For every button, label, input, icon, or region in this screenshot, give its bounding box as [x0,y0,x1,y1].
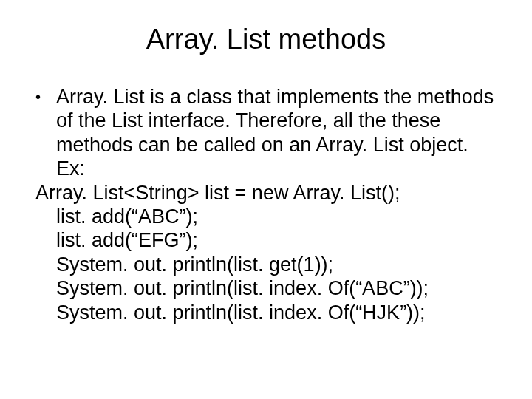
slide-title: Array. List methods [35,24,497,55]
slide-body: • Array. List is a class that implements… [35,85,497,324]
bullet-text: Array. List is a class that implements t… [56,85,497,181]
slide: Array. List methods • Array. List is a c… [0,0,532,399]
bullet-dot-icon: • [35,85,56,109]
code-line-6: System. out. println(list. index. Of(“HJ… [35,301,497,324]
code-line-3: list. add(“EFG”); [35,228,497,252]
code-line-5: System. out. println(list. index. Of(“AB… [35,276,497,300]
code-line-1: Array. List<String> list = new Array. Li… [35,181,497,205]
bullet-item: • Array. List is a class that implements… [35,85,497,181]
code-line-2: list. add(“ABC”); [35,205,497,228]
code-line-4: System. out. println(list. get(1)); [35,253,497,276]
